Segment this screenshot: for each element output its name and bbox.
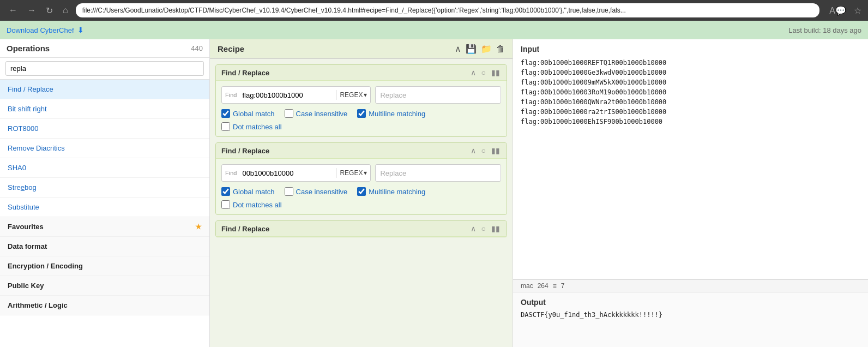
sidebar-item-public-key[interactable]: Public Key xyxy=(0,276,209,296)
block-1-checkbox-row: Global match Case insensitive Multiline … xyxy=(221,109,501,118)
sidebar-item-label: Encryption / Encoding xyxy=(8,262,83,270)
sidebar-item-encryption-encoding[interactable]: Encryption / Encoding xyxy=(0,256,209,276)
block-1-global-match[interactable]: Global match xyxy=(221,109,275,118)
block-1-multiline-checkbox[interactable] xyxy=(357,109,366,118)
folder-icon[interactable]: 📁 xyxy=(481,44,492,54)
download-label: Download CyberChef xyxy=(7,26,74,34)
block-2-dot-matches[interactable]: Dot matches all xyxy=(221,200,282,209)
sidebar-item-label: Favourites xyxy=(8,223,44,231)
block-1-up-button[interactable]: ∧ xyxy=(469,68,477,77)
main-container: Operations 440 Find / Replace Bit shift … xyxy=(0,39,868,347)
block-1-regex-badge[interactable]: REGEX ▾ xyxy=(336,90,370,100)
sidebar-item-rot8000[interactable]: ROT8000 xyxy=(0,119,209,139)
block-2-controls: ∧ ○ ▮▮ xyxy=(469,146,501,155)
block-2-header: Find / Replace ∧ ○ ▮▮ xyxy=(216,143,507,159)
stats-mac: mac xyxy=(521,282,533,290)
block-2-multiline[interactable]: Multiline matching xyxy=(357,187,425,196)
sidebar-item-favourites[interactable]: Favourites ★ xyxy=(0,217,209,237)
block-2-global-match-checkbox[interactable] xyxy=(221,187,230,196)
sidebar-item-find-replace[interactable]: Find / Replace xyxy=(0,80,209,99)
block-1-case-insensitive-checkbox[interactable] xyxy=(285,109,293,118)
block-2-up-button[interactable]: ∧ xyxy=(469,146,477,155)
recipe-area: Recipe ∧ 💾 📁 🗑 Find / Replace ∧ ○ ▮▮ xyxy=(210,39,513,347)
block-2-find-wrapper: Find REGEX ▾ xyxy=(221,164,371,182)
save-icon[interactable]: 💾 xyxy=(466,44,477,54)
block-1-dot-matches-label: Dot matches all xyxy=(233,123,282,131)
address-bar[interactable]: file:///C:/Users/GoodLunatic/Desktop/CTF… xyxy=(76,3,820,17)
output-section: Output DASCTF{y0u_f1nd_th3_hAckkkkkkk!!!… xyxy=(513,292,868,347)
input-title: Input xyxy=(521,45,860,53)
block-2-case-insensitive-checkbox[interactable] xyxy=(285,187,293,196)
download-icon: ⬇ xyxy=(77,26,84,34)
block-3-header: Find / Replace ∧ ○ ▮▮ xyxy=(216,221,507,237)
last-build-text: Last build: 18 days ago xyxy=(788,26,861,34)
output-content: DASCTF{y0u_f1nd_th3_hAckkkkkkk!!!!!} xyxy=(521,311,860,319)
recipe-title: Recipe xyxy=(218,44,244,53)
browser-bar: ← → ↻ ⌂ file:///C:/Users/GoodLunatic/Des… xyxy=(0,0,868,21)
find-replace-block-2: Find / Replace ∧ ○ ▮▮ Find REGEX xyxy=(215,142,507,215)
block-1-find-label: Find xyxy=(222,92,240,98)
block-1-replace-input[interactable] xyxy=(375,86,501,104)
block-2-pause-button[interactable]: ▮▮ xyxy=(490,146,501,155)
block-1-multiline[interactable]: Multiline matching xyxy=(357,109,425,118)
sidebar-item-bit-shift-right[interactable]: Bit shift right xyxy=(0,99,209,119)
sidebar: Operations 440 Find / Replace Bit shift … xyxy=(0,39,210,347)
block-3-pause-button[interactable]: ▮▮ xyxy=(490,224,501,233)
block-1-global-match-checkbox[interactable] xyxy=(221,109,230,118)
download-link[interactable]: Download CyberChef ⬇ xyxy=(7,26,84,34)
block-2-global-match-label: Global match xyxy=(233,188,275,196)
block-1-controls: ∧ ○ ▮▮ xyxy=(469,68,501,77)
block-2-dot-matches-checkbox[interactable] xyxy=(221,200,230,209)
search-input[interactable] xyxy=(5,61,204,76)
block-2-global-match[interactable]: Global match xyxy=(221,187,275,196)
block-1-case-insensitive[interactable]: Case insensitive xyxy=(285,109,348,118)
block-1-dot-matches[interactable]: Dot matches all xyxy=(221,122,282,131)
block-1-find-input[interactable] xyxy=(240,91,336,99)
favourites-star-icon: ★ xyxy=(195,223,202,231)
sidebar-item-substitute[interactable]: Substitute xyxy=(0,198,209,217)
find-replace-block-3: Find / Replace ∧ ○ ▮▮ xyxy=(215,220,507,237)
block-2-dot-matches-label: Dot matches all xyxy=(233,201,282,209)
block-2-find-label: Find xyxy=(222,170,240,176)
sidebar-item-label: Arithmetic / Logic xyxy=(8,301,68,309)
block-3-disable-button[interactable]: ○ xyxy=(480,224,487,233)
nav-back-button[interactable]: ← xyxy=(7,4,20,16)
top-banner: Download CyberChef ⬇ Last build: 18 days… xyxy=(0,21,868,39)
find-replace-block-1: Find / Replace ∧ ○ ▮▮ Find REGEX xyxy=(215,64,507,137)
nav-forward-button[interactable]: → xyxy=(25,4,38,16)
sidebar-header: Operations 440 xyxy=(0,39,209,58)
block-2-find-input[interactable] xyxy=(240,169,336,177)
block-1-case-insensitive-label: Case insensitive xyxy=(296,110,348,118)
sidebar-item-arithmetic-logic[interactable]: Arithmetic / Logic xyxy=(0,296,209,315)
recipe-scroll: Find / Replace ∧ ○ ▮▮ Find REGEX xyxy=(210,59,513,347)
output-title: Output xyxy=(521,298,860,307)
block-2-case-insensitive-label: Case insensitive xyxy=(296,188,348,196)
block-1-disable-button[interactable]: ○ xyxy=(480,68,487,77)
sidebar-item-streebog[interactable]: Streebog xyxy=(0,178,209,198)
sidebar-item-label: Find / Replace xyxy=(8,85,53,93)
sidebar-item-remove-diacritics[interactable]: Remove Diacritics xyxy=(0,139,209,158)
chevron-up-icon[interactable]: ∧ xyxy=(455,44,461,54)
sidebar-item-label: Substitute xyxy=(8,203,39,211)
nav-home-button[interactable]: ⌂ xyxy=(61,4,70,16)
block-2-multiline-checkbox[interactable] xyxy=(357,187,366,196)
block-2-disable-button[interactable]: ○ xyxy=(480,146,487,155)
block-2-find-row: Find REGEX ▾ xyxy=(221,164,501,182)
nav-refresh-button[interactable]: ↻ xyxy=(44,4,55,17)
recipe-header-icons: ∧ 💾 📁 🗑 xyxy=(455,44,505,54)
block-1-find-row: Find REGEX ▾ xyxy=(221,86,501,104)
block-2-checkbox-row: Global match Case insensitive Multiline … xyxy=(221,187,501,196)
block-2-case-insensitive[interactable]: Case insensitive xyxy=(285,187,348,196)
block-3-title: Find / Replace xyxy=(221,225,269,233)
sidebar-item-data-format[interactable]: Data format xyxy=(0,237,209,256)
trash-icon[interactable]: 🗑 xyxy=(496,44,505,54)
block-2-replace-input[interactable] xyxy=(375,164,501,182)
block-1-pause-button[interactable]: ▮▮ xyxy=(490,68,501,77)
sidebar-item-sha0[interactable]: SHA0 xyxy=(0,158,209,178)
address-text: file:///C:/Users/GoodLunatic/Desktop/CTF… xyxy=(82,7,626,14)
block-1-dot-matches-checkbox[interactable] xyxy=(221,122,230,131)
sidebar-item-label: SHA0 xyxy=(8,164,26,172)
block-2-regex-badge[interactable]: REGEX ▾ xyxy=(336,168,370,178)
input-content[interactable]: flag:00b1000b1000REFTQ1R00b1000b10000 fl… xyxy=(521,58,860,273)
block-3-up-button[interactable]: ∧ xyxy=(469,224,477,233)
